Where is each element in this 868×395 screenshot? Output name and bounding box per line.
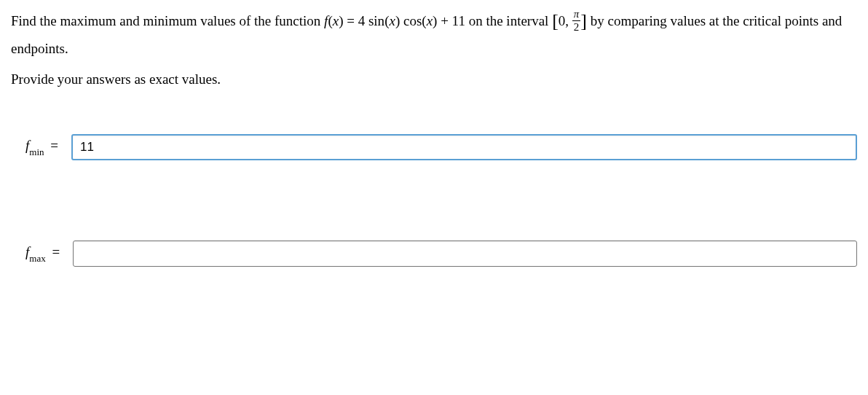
fmax-equals: = — [49, 244, 60, 259]
fraction: π2 — [572, 9, 581, 33]
cos-func: cos — [403, 13, 422, 28]
fmax-input[interactable] — [73, 240, 857, 267]
fmax-label: fmax = — [25, 244, 63, 263]
bracket-open: [ — [552, 10, 559, 31]
close2: ) + 11 on the interval — [433, 13, 552, 28]
func-rest: ) = 4 — [339, 13, 368, 28]
fmin-label: fmin = — [25, 138, 61, 157]
func-arg: x — [333, 13, 339, 28]
question-prefix: Find the maximum and minimum values of t… — [11, 13, 324, 28]
bracket-close: ] — [580, 10, 587, 31]
frac-den: 2 — [572, 21, 581, 33]
sin-func: sin — [368, 13, 384, 28]
interval-start: 0, — [559, 13, 572, 28]
close1: ) — [395, 13, 403, 28]
x1: x — [389, 13, 395, 28]
question-text: Find the maximum and minimum values of t… — [11, 7, 857, 60]
fmin-input[interactable] — [71, 134, 857, 160]
fmin-sub: min — [29, 146, 44, 157]
fmax-sub: max — [29, 253, 45, 264]
frac-num: π — [572, 9, 581, 21]
instruction-text: Provide your answers as exact values. — [11, 69, 857, 90]
x2: x — [427, 13, 433, 28]
fmax-row: fmax = — [11, 240, 857, 267]
fmin-row: fmin = — [11, 134, 857, 160]
fmin-equals: = — [47, 138, 58, 153]
